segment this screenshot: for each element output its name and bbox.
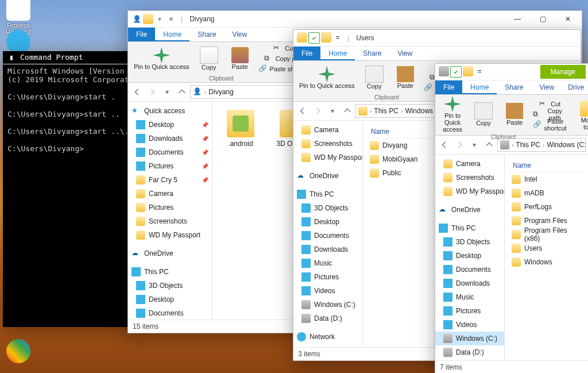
nav-item[interactable]: Downloads — [435, 276, 504, 290]
nav-network[interactable]: Network — [293, 330, 362, 344]
cmd-window[interactable]: ▮ Command Prompt Microsoft Windows [Vers… — [3, 51, 137, 327]
tab-drive-tools[interactable]: Drive Tools — [562, 80, 588, 94]
tab-home[interactable]: Home — [320, 47, 355, 60]
tab-share[interactable]: Share — [355, 47, 389, 60]
nav-item[interactable]: Documents📌 — [128, 145, 212, 159]
tab-share[interactable]: Share — [497, 80, 531, 94]
crumb[interactable]: This PC — [374, 107, 399, 115]
nav-item[interactable]: Videos — [435, 318, 504, 332]
forward-button[interactable] — [311, 104, 324, 118]
pin-to-quick-access-button[interactable]: Pin to Quick access — [130, 47, 193, 70]
list-item[interactable]: Windows — [509, 255, 583, 269]
nav-item[interactable]: Camera — [293, 123, 362, 137]
list-item[interactable]: Program Files (x86) — [509, 228, 583, 241]
list-item[interactable]: PerfLogs — [509, 200, 583, 214]
nav-onedrive[interactable]: ☁OneDrive — [435, 203, 504, 217]
nav-item[interactable]: Desktop📌 — [128, 118, 212, 132]
nav-item[interactable]: Far Cry 5📌 — [128, 173, 212, 187]
nav-item[interactable]: Screenshots — [435, 171, 504, 184]
cmd-titlebar[interactable]: ▮ Command Prompt — [3, 51, 137, 64]
nav-item[interactable]: Desktop — [128, 293, 212, 306]
nav-pane[interactable]: ★Quick access Desktop📌 Downloads📌 Docume… — [128, 102, 212, 320]
copy-button[interactable]: Copy — [469, 102, 498, 126]
copy-button[interactable]: Copy — [194, 47, 224, 71]
nav-item[interactable]: Screenshots — [128, 214, 212, 228]
nav-item[interactable]: Camera — [435, 157, 504, 171]
nav-item[interactable]: Screenshots — [293, 137, 362, 151]
pin-to-quick-access-button[interactable]: Pin to Quick access — [438, 96, 467, 133]
paste-button[interactable]: Paste — [225, 47, 255, 70]
list-item[interactable]: Intel — [509, 172, 583, 186]
nav-item[interactable]: Music — [435, 290, 504, 304]
nav-item[interactable]: Documents — [293, 229, 362, 243]
nav-item[interactable]: Data (D:) — [293, 312, 362, 325]
nav-item[interactable]: WD My Passport — [435, 184, 504, 198]
qat-overflow[interactable]: = — [166, 14, 176, 24]
nav-item[interactable]: Downloads📌 — [128, 132, 212, 145]
recent-button[interactable]: ▾ — [467, 138, 481, 152]
tab-file[interactable]: File — [435, 80, 462, 94]
file-item[interactable]: .android — [220, 110, 261, 148]
desktop-icon[interactable] — [1, 339, 36, 364]
back-button[interactable] — [296, 104, 310, 118]
nav-item[interactable]: Data (D:) — [435, 345, 504, 359]
list-item[interactable]: Program Files — [509, 214, 583, 228]
tab-view[interactable]: View — [224, 28, 255, 41]
titlebar[interactable]: ✔ = | Users — [293, 30, 581, 47]
list-item[interactable]: Users — [509, 241, 583, 255]
nav-item[interactable]: Videos — [293, 284, 362, 298]
nav-item[interactable]: Windows (C:) — [435, 332, 504, 345]
nav-item[interactable]: 3D Objects — [293, 201, 362, 215]
titlebar[interactable]: ✔ = Manage — [435, 64, 588, 80]
nav-item[interactable]: WD My Passport — [293, 151, 362, 164]
tab-home[interactable]: Home — [155, 28, 189, 41]
nav-quick-access[interactable]: ★Quick access — [128, 104, 212, 118]
paste-button[interactable]: Paste — [390, 66, 420, 89]
explorer-window-c-drive[interactable]: ✔ = Manage File Home Share View Drive To… — [435, 63, 588, 373]
nav-this-pc[interactable]: This PC — [128, 265, 212, 279]
nav-item[interactable]: Desktop — [293, 215, 362, 229]
crumb[interactable]: Divyang — [208, 88, 233, 96]
column-header[interactable]: Name — [509, 159, 583, 172]
nav-pane[interactable]: Camera Screenshots WD My Passport ☁OneDr… — [435, 155, 505, 360]
nav-this-pc[interactable]: This PC — [293, 187, 362, 201]
close-button[interactable]: ✕ — [555, 11, 581, 27]
nav-item[interactable]: Pictures — [293, 270, 362, 284]
nav-item[interactable]: 3D Objects — [128, 279, 212, 293]
tab-share[interactable]: Share — [189, 28, 224, 41]
nav-onedrive[interactable]: ☁OneDrive — [128, 247, 212, 260]
nav-item[interactable]: Pictures — [435, 304, 504, 318]
tab-home[interactable]: Home — [462, 80, 497, 94]
forward-button[interactable] — [145, 85, 159, 99]
tab-file[interactable]: File — [293, 47, 320, 60]
tab-view[interactable]: View — [389, 47, 420, 60]
nav-item[interactable]: Pictures📌 — [128, 159, 212, 173]
nav-item[interactable]: Documents — [435, 263, 504, 276]
up-button[interactable] — [482, 138, 496, 152]
maximize-button[interactable]: ▢ — [530, 11, 555, 27]
titlebar[interactable]: 👤 ▾ = | Divyang — ▢ ✕ — [128, 11, 582, 28]
forward-button[interactable] — [452, 138, 466, 152]
paste-button[interactable]: Paste — [500, 103, 529, 126]
up-button[interactable] — [175, 85, 189, 99]
qat-overflow[interactable]: = — [474, 66, 485, 76]
pin-to-quick-access-button[interactable]: Pin to Quick access — [296, 66, 358, 89]
nav-item[interactable]: Music — [293, 256, 362, 270]
minimize-button[interactable]: — — [505, 11, 530, 27]
nav-item[interactable]: 3D Objects — [435, 235, 504, 249]
nav-item[interactable]: Desktop — [435, 249, 504, 263]
nav-pane[interactable]: Camera Screenshots WD My Passport ☁OneDr… — [293, 121, 363, 347]
nav-item[interactable]: Camera — [128, 187, 212, 201]
content-pane[interactable]: Name Intel mADB PerfLogs Program Files P… — [505, 155, 588, 360]
back-button[interactable] — [438, 138, 451, 152]
list-item[interactable]: mADB — [509, 186, 583, 200]
copy-button[interactable]: Copy — [359, 66, 389, 90]
nav-item[interactable]: Downloads — [293, 243, 362, 256]
tab-file[interactable]: File — [128, 28, 155, 41]
tab-view[interactable]: View — [531, 80, 562, 94]
nav-item[interactable]: Pictures — [128, 201, 212, 214]
nav-this-pc[interactable]: This PC — [435, 221, 504, 235]
recent-button[interactable]: ▾ — [326, 104, 339, 118]
crumb[interactable]: This PC — [516, 141, 540, 149]
crumb[interactable]: Windows (C:) — [547, 141, 586, 149]
